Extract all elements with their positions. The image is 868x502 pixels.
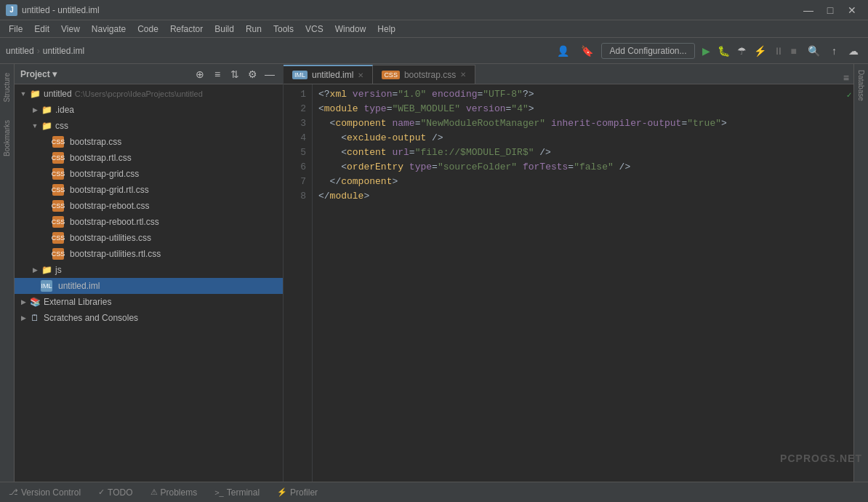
tree-js-folder[interactable]: ▶ 📁 js: [15, 262, 283, 278]
tree-bootstrap-rtl-css[interactable]: CSS bootstrap.rtl.css: [15, 150, 283, 166]
line-num-1: 1: [284, 87, 306, 102]
tab-bootstrap-css-label: bootstrap.css: [404, 70, 456, 80]
tab-untitled-iml[interactable]: IML untitled.iml ✕: [284, 65, 373, 84]
profiler-tab[interactable]: ⚡ Profiler: [274, 486, 321, 499]
root-path: C:\Users\pcpro\IdeaProjects\untitled: [75, 89, 203, 98]
tree-root[interactable]: ▼ 📁 untitled C:\Users\pcpro\IdeaProjects…: [15, 86, 283, 102]
menu-run[interactable]: Run: [240, 23, 268, 36]
menu-edit[interactable]: Edit: [28, 23, 55, 36]
stop-button[interactable]: ■: [788, 44, 800, 58]
todo-icon: ✓: [98, 487, 105, 497]
breadcrumb-project[interactable]: untitled: [6, 46, 34, 56]
jetbrains-button[interactable]: ☁: [845, 43, 862, 59]
run-button[interactable]: ▶: [699, 44, 713, 58]
bootstrap-css-arrow: [41, 136, 52, 148]
todo-tab[interactable]: ✓ TODO: [95, 486, 135, 499]
menu-view[interactable]: View: [55, 23, 86, 36]
tree-bootstrap-grid-css[interactable]: CSS bootstrap-grid.css: [15, 166, 283, 182]
code-content[interactable]: <?xml version="1.0" encoding="UTF-8"?> <…: [313, 84, 845, 482]
panel-close-button[interactable]: —: [262, 67, 277, 81]
tree-bootstrap-utilities-css[interactable]: CSS bootstrap-utilities.css: [15, 230, 283, 246]
menu-vcs[interactable]: VCS: [300, 23, 329, 36]
expand-all-button[interactable]: ⇅: [228, 67, 242, 81]
ext-lib-icon: 📚: [29, 296, 41, 308]
add-configuration-button[interactable]: Add Configuration...: [601, 43, 694, 59]
code-line-6: <orderEntry type="sourceFolder" forTests…: [318, 160, 839, 175]
minimize-button[interactable]: —: [798, 3, 819, 17]
menu-window[interactable]: Window: [329, 23, 372, 36]
coverage-button[interactable]: ☂: [734, 44, 750, 58]
js-folder-icon: 📁: [41, 264, 52, 276]
editor-area: IML untitled.iml ✕ CSS bootstrap.css ✕ ≡…: [284, 64, 853, 482]
tree-bootstrap-utilities-rtl-css[interactable]: CSS bootstrap-utilities.rtl.css: [15, 246, 283, 262]
menu-help[interactable]: Help: [371, 23, 401, 36]
tree-bootstrap-grid-rtl-css[interactable]: CSS bootstrap-grid.rtl.css: [15, 182, 283, 198]
terminal-icon: >_: [214, 488, 224, 497]
css-folder-icon: 📁: [41, 120, 52, 132]
tab-bootstrap-css[interactable]: CSS bootstrap.css ✕: [373, 65, 475, 84]
profile-button[interactable]: ⚡: [751, 44, 769, 58]
bootstrap-reboot-css-label: bootstrap-reboot.css: [70, 201, 149, 211]
structure-tab[interactable]: Structure: [3, 64, 11, 111]
debug-button[interactable]: 🐛: [715, 44, 733, 58]
untitled-iml-icon: IML: [41, 280, 52, 292]
tabs-menu-button[interactable]: ≡: [843, 72, 849, 84]
pause-button[interactable]: ⏸: [771, 44, 787, 58]
problems-tab[interactable]: ⚠ Problems: [148, 486, 201, 499]
bootstrap-utilities-css-label: bootstrap-utilities.css: [70, 233, 151, 243]
breadcrumb-file[interactable]: untitled.iml: [43, 46, 84, 56]
version-control-icon: ⎇: [9, 487, 18, 497]
panel-settings-button[interactable]: ⚙: [245, 67, 260, 81]
menu-code[interactable]: Code: [132, 23, 164, 36]
maximize-button[interactable]: □: [820, 3, 840, 17]
project-panel-title: Project ▾: [20, 69, 193, 79]
line-num-4: 4: [284, 131, 306, 146]
tree-bootstrap-css[interactable]: CSS bootstrap.css: [15, 134, 283, 150]
todo-label: TODO: [108, 487, 132, 498]
line-numbers: 1 2 3 4 5 6 7 8: [284, 84, 313, 482]
tab-untitled-iml-close[interactable]: ✕: [358, 71, 363, 79]
update-button[interactable]: ↑: [828, 43, 840, 59]
menu-tools[interactable]: Tools: [268, 23, 300, 36]
tree-bootstrap-reboot-rtl-css[interactable]: CSS bootstrap-reboot.rtl.css: [15, 214, 283, 230]
tree-css-folder[interactable]: ▼ 📁 css: [15, 118, 283, 134]
profile-icon-button[interactable]: 👤: [553, 43, 573, 59]
menu-refactor[interactable]: Refactor: [164, 23, 209, 36]
right-sidebar: Database: [853, 64, 868, 482]
project-panel: Project ▾ ⊕ ≡ ⇅ ⚙ — ▼ 📁 untitled C:\User…: [15, 64, 284, 482]
bootstrap-reboot-rtl-css-label: bootstrap-reboot.rtl.css: [70, 217, 159, 227]
code-line-2: <module type="WEB_MODULE" version="4">: [318, 102, 839, 116]
bootstrap-reboot-rtl-css-icon: CSS: [52, 216, 64, 228]
bookmarks-tab[interactable]: Bookmarks: [3, 111, 11, 165]
tree-bootstrap-reboot-css[interactable]: CSS bootstrap-reboot.css: [15, 198, 283, 214]
collapse-all-button[interactable]: ≡: [210, 67, 225, 81]
search-button[interactable]: 🔍: [804, 43, 824, 59]
bootstrap-utilities-rtl-css-icon: CSS: [52, 248, 64, 260]
tree-untitled-iml[interactable]: IML untitled.iml: [15, 278, 283, 294]
menu-navigate[interactable]: Navigate: [86, 23, 132, 36]
menu-file[interactable]: File: [3, 23, 28, 36]
line-num-5: 5: [284, 146, 306, 160]
gutter-check-1: ✓: [845, 87, 853, 102]
profiler-icon: ⚡: [277, 487, 287, 497]
breadcrumb-separator: ›: [37, 46, 40, 56]
version-control-label: Version Control: [21, 487, 81, 498]
css-label: css: [55, 121, 68, 131]
js-label: js: [55, 265, 62, 275]
locate-in-tree-button[interactable]: ⊕: [193, 67, 207, 81]
panel-toolbar: ⊕ ≡ ⇅ ⚙ —: [193, 67, 277, 81]
menu-build[interactable]: Build: [209, 23, 240, 36]
code-line-7: </component>: [318, 175, 839, 189]
tab-bootstrap-css-close[interactable]: ✕: [460, 71, 466, 79]
version-control-tab[interactable]: ⎇ Version Control: [6, 486, 84, 499]
database-tab[interactable]: Database: [857, 64, 865, 107]
terminal-tab[interactable]: >_ Terminal: [212, 486, 262, 499]
tree-external-libraries[interactable]: ▶ 📚 External Libraries: [15, 294, 283, 310]
tree-scratches-consoles[interactable]: ▶ 🗒 Scratches and Consoles: [15, 310, 283, 326]
code-line-5: <content url="file://$MODULE_DIR$" />: [318, 146, 839, 160]
close-button[interactable]: ✕: [842, 3, 862, 17]
vcs-update-button[interactable]: 🔖: [577, 43, 597, 59]
tree-idea-folder[interactable]: ▶ 📁 .idea: [15, 102, 283, 118]
run-controls: ▶ 🐛 ☂ ⚡ ⏸ ■: [699, 44, 800, 58]
tab-bootstrap-css-icon: CSS: [382, 71, 400, 79]
